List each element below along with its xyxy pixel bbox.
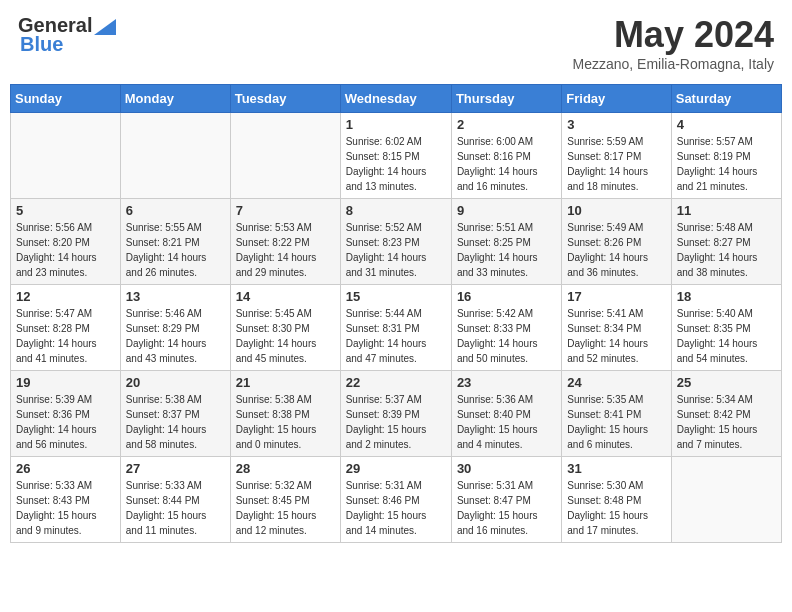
calendar-header-row: SundayMondayTuesdayWednesdayThursdayFrid… <box>11 85 782 113</box>
calendar-cell: 4Sunrise: 5:57 AM Sunset: 8:19 PM Daylig… <box>671 113 781 199</box>
day-info: Sunrise: 5:36 AM Sunset: 8:40 PM Dayligh… <box>457 392 556 452</box>
day-header-thursday: Thursday <box>451 85 561 113</box>
calendar-cell <box>671 457 781 543</box>
calendar-week-row: 12Sunrise: 5:47 AM Sunset: 8:28 PM Dayli… <box>11 285 782 371</box>
day-number: 19 <box>16 375 115 390</box>
calendar-cell: 24Sunrise: 5:35 AM Sunset: 8:41 PM Dayli… <box>562 371 671 457</box>
calendar-week-row: 1Sunrise: 6:02 AM Sunset: 8:15 PM Daylig… <box>11 113 782 199</box>
day-info: Sunrise: 5:57 AM Sunset: 8:19 PM Dayligh… <box>677 134 776 194</box>
calendar-cell: 25Sunrise: 5:34 AM Sunset: 8:42 PM Dayli… <box>671 371 781 457</box>
calendar-cell: 28Sunrise: 5:32 AM Sunset: 8:45 PM Dayli… <box>230 457 340 543</box>
day-number: 9 <box>457 203 556 218</box>
day-info: Sunrise: 5:56 AM Sunset: 8:20 PM Dayligh… <box>16 220 115 280</box>
day-number: 3 <box>567 117 665 132</box>
calendar-cell: 7Sunrise: 5:53 AM Sunset: 8:22 PM Daylig… <box>230 199 340 285</box>
calendar-cell: 22Sunrise: 5:37 AM Sunset: 8:39 PM Dayli… <box>340 371 451 457</box>
day-info: Sunrise: 5:41 AM Sunset: 8:34 PM Dayligh… <box>567 306 665 366</box>
svg-marker-0 <box>94 19 116 35</box>
day-number: 5 <box>16 203 115 218</box>
calendar-cell: 14Sunrise: 5:45 AM Sunset: 8:30 PM Dayli… <box>230 285 340 371</box>
calendar-cell: 30Sunrise: 5:31 AM Sunset: 8:47 PM Dayli… <box>451 457 561 543</box>
calendar-week-row: 19Sunrise: 5:39 AM Sunset: 8:36 PM Dayli… <box>11 371 782 457</box>
day-number: 25 <box>677 375 776 390</box>
day-number: 20 <box>126 375 225 390</box>
calendar-cell: 1Sunrise: 6:02 AM Sunset: 8:15 PM Daylig… <box>340 113 451 199</box>
calendar-table: SundayMondayTuesdayWednesdayThursdayFrid… <box>10 84 782 543</box>
day-info: Sunrise: 5:35 AM Sunset: 8:41 PM Dayligh… <box>567 392 665 452</box>
day-info: Sunrise: 5:40 AM Sunset: 8:35 PM Dayligh… <box>677 306 776 366</box>
calendar-cell: 15Sunrise: 5:44 AM Sunset: 8:31 PM Dayli… <box>340 285 451 371</box>
logo-blue-text: Blue <box>20 33 63 56</box>
calendar-cell <box>11 113 121 199</box>
day-info: Sunrise: 5:39 AM Sunset: 8:36 PM Dayligh… <box>16 392 115 452</box>
calendar-cell <box>120 113 230 199</box>
day-header-wednesday: Wednesday <box>340 85 451 113</box>
day-info: Sunrise: 5:30 AM Sunset: 8:48 PM Dayligh… <box>567 478 665 538</box>
day-header-saturday: Saturday <box>671 85 781 113</box>
day-number: 11 <box>677 203 776 218</box>
day-number: 26 <box>16 461 115 476</box>
calendar-cell: 5Sunrise: 5:56 AM Sunset: 8:20 PM Daylig… <box>11 199 121 285</box>
day-number: 13 <box>126 289 225 304</box>
day-header-monday: Monday <box>120 85 230 113</box>
calendar-cell: 20Sunrise: 5:38 AM Sunset: 8:37 PM Dayli… <box>120 371 230 457</box>
day-number: 10 <box>567 203 665 218</box>
calendar-cell: 12Sunrise: 5:47 AM Sunset: 8:28 PM Dayli… <box>11 285 121 371</box>
day-number: 2 <box>457 117 556 132</box>
day-header-tuesday: Tuesday <box>230 85 340 113</box>
day-info: Sunrise: 5:31 AM Sunset: 8:46 PM Dayligh… <box>346 478 446 538</box>
calendar-cell: 3Sunrise: 5:59 AM Sunset: 8:17 PM Daylig… <box>562 113 671 199</box>
day-info: Sunrise: 5:46 AM Sunset: 8:29 PM Dayligh… <box>126 306 225 366</box>
calendar-cell: 26Sunrise: 5:33 AM Sunset: 8:43 PM Dayli… <box>11 457 121 543</box>
day-number: 17 <box>567 289 665 304</box>
calendar-cell: 9Sunrise: 5:51 AM Sunset: 8:25 PM Daylig… <box>451 199 561 285</box>
day-info: Sunrise: 5:37 AM Sunset: 8:39 PM Dayligh… <box>346 392 446 452</box>
calendar-cell: 10Sunrise: 5:49 AM Sunset: 8:26 PM Dayli… <box>562 199 671 285</box>
location-text: Mezzano, Emilia-Romagna, Italy <box>572 56 774 72</box>
calendar-cell <box>230 113 340 199</box>
day-info: Sunrise: 6:00 AM Sunset: 8:16 PM Dayligh… <box>457 134 556 194</box>
day-info: Sunrise: 5:55 AM Sunset: 8:21 PM Dayligh… <box>126 220 225 280</box>
day-info: Sunrise: 5:45 AM Sunset: 8:30 PM Dayligh… <box>236 306 335 366</box>
day-number: 7 <box>236 203 335 218</box>
page-header: General Blue May 2024 Mezzano, Emilia-Ro… <box>10 10 782 76</box>
calendar-cell: 16Sunrise: 5:42 AM Sunset: 8:33 PM Dayli… <box>451 285 561 371</box>
calendar-cell: 17Sunrise: 5:41 AM Sunset: 8:34 PM Dayli… <box>562 285 671 371</box>
day-info: Sunrise: 5:31 AM Sunset: 8:47 PM Dayligh… <box>457 478 556 538</box>
day-number: 21 <box>236 375 335 390</box>
day-header-friday: Friday <box>562 85 671 113</box>
day-header-sunday: Sunday <box>11 85 121 113</box>
day-number: 15 <box>346 289 446 304</box>
calendar-cell: 13Sunrise: 5:46 AM Sunset: 8:29 PM Dayli… <box>120 285 230 371</box>
day-info: Sunrise: 5:48 AM Sunset: 8:27 PM Dayligh… <box>677 220 776 280</box>
day-info: Sunrise: 5:51 AM Sunset: 8:25 PM Dayligh… <box>457 220 556 280</box>
day-number: 30 <box>457 461 556 476</box>
day-info: Sunrise: 5:38 AM Sunset: 8:37 PM Dayligh… <box>126 392 225 452</box>
day-info: Sunrise: 5:34 AM Sunset: 8:42 PM Dayligh… <box>677 392 776 452</box>
day-info: Sunrise: 5:59 AM Sunset: 8:17 PM Dayligh… <box>567 134 665 194</box>
day-number: 4 <box>677 117 776 132</box>
calendar-cell: 23Sunrise: 5:36 AM Sunset: 8:40 PM Dayli… <box>451 371 561 457</box>
calendar-cell: 27Sunrise: 5:33 AM Sunset: 8:44 PM Dayli… <box>120 457 230 543</box>
calendar-cell: 29Sunrise: 5:31 AM Sunset: 8:46 PM Dayli… <box>340 457 451 543</box>
day-number: 31 <box>567 461 665 476</box>
day-info: Sunrise: 5:33 AM Sunset: 8:43 PM Dayligh… <box>16 478 115 538</box>
calendar-cell: 21Sunrise: 5:38 AM Sunset: 8:38 PM Dayli… <box>230 371 340 457</box>
day-number: 28 <box>236 461 335 476</box>
day-info: Sunrise: 5:32 AM Sunset: 8:45 PM Dayligh… <box>236 478 335 538</box>
day-number: 24 <box>567 375 665 390</box>
calendar-cell: 2Sunrise: 6:00 AM Sunset: 8:16 PM Daylig… <box>451 113 561 199</box>
day-number: 23 <box>457 375 556 390</box>
day-number: 1 <box>346 117 446 132</box>
day-number: 16 <box>457 289 556 304</box>
calendar-cell: 19Sunrise: 5:39 AM Sunset: 8:36 PM Dayli… <box>11 371 121 457</box>
day-info: Sunrise: 5:38 AM Sunset: 8:38 PM Dayligh… <box>236 392 335 452</box>
day-info: Sunrise: 5:42 AM Sunset: 8:33 PM Dayligh… <box>457 306 556 366</box>
calendar-week-row: 5Sunrise: 5:56 AM Sunset: 8:20 PM Daylig… <box>11 199 782 285</box>
title-section: May 2024 Mezzano, Emilia-Romagna, Italy <box>572 14 774 72</box>
logo: General Blue <box>18 14 116 56</box>
calendar-cell: 6Sunrise: 5:55 AM Sunset: 8:21 PM Daylig… <box>120 199 230 285</box>
day-info: Sunrise: 5:33 AM Sunset: 8:44 PM Dayligh… <box>126 478 225 538</box>
day-info: Sunrise: 5:53 AM Sunset: 8:22 PM Dayligh… <box>236 220 335 280</box>
month-title: May 2024 <box>572 14 774 56</box>
